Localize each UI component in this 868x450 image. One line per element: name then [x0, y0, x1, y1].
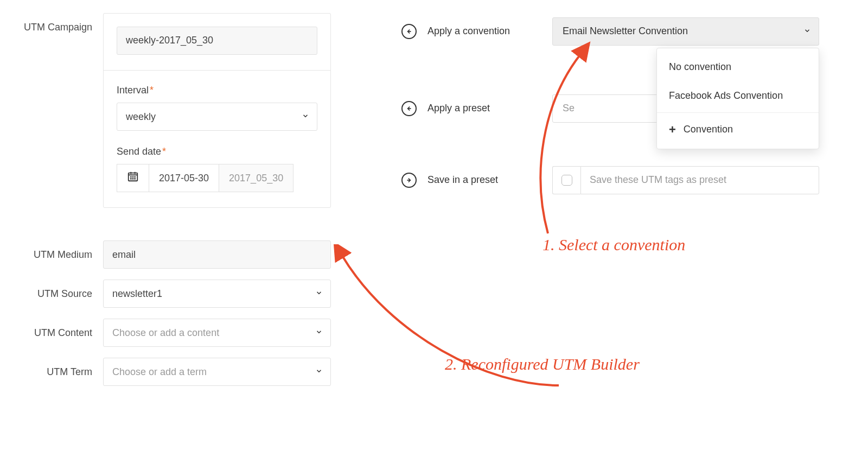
utm-term-row: UTM Term Choose or add a term — [16, 358, 331, 386]
save-preset-row: Save in a preset Save these UTM tags as … — [401, 166, 819, 194]
interval-value: weekly — [126, 110, 156, 124]
utm-term-label: UTM Term — [16, 358, 103, 379]
calendar-icon — [127, 170, 139, 186]
chevron-down-icon — [302, 110, 309, 124]
utm-campaign-label: UTM Campaign — [16, 13, 103, 34]
utm-medium-label: UTM Medium — [16, 240, 103, 262]
svg-point-4 — [131, 176, 131, 177]
send-date-output: 2017_05_30 — [219, 164, 293, 192]
convention-select[interactable]: Email Newsletter Convention — [552, 17, 819, 46]
arrow-left-circle-icon — [401, 101, 417, 116]
interval-select[interactable]: weekly — [117, 103, 317, 131]
apply-convention-label: Apply a convention — [427, 24, 541, 38]
utm-content-label: UTM Content — [16, 319, 103, 340]
chevron-down-icon — [803, 24, 811, 38]
apply-convention-row: Apply a convention Email Newsletter Conv… — [401, 17, 819, 46]
utm-campaign-row: UTM Campaign weekly-2017_05_30 Interval*… — [16, 13, 331, 208]
svg-point-5 — [132, 176, 133, 177]
chevron-down-icon — [315, 326, 323, 340]
utm-source-select[interactable]: newsletter1 — [103, 280, 331, 308]
arrow-left-circle-icon — [401, 24, 417, 39]
utm-content-select[interactable]: Choose or add a content — [103, 319, 331, 347]
utm-term-select[interactable]: Choose or add a term — [103, 358, 331, 386]
chevron-down-icon — [315, 365, 323, 379]
calendar-button[interactable] — [117, 164, 149, 192]
convention-option-none[interactable]: No convention — [657, 53, 819, 81]
utm-source-label: UTM Source — [16, 280, 103, 301]
save-preset-checkbox[interactable] — [552, 166, 580, 194]
utm-source-row: UTM Source newsletter1 — [16, 280, 331, 308]
checkbox-icon — [561, 175, 572, 186]
convention-option-facebook[interactable]: Facebook Ads Convention — [657, 81, 819, 110]
arrow-right-circle-icon — [401, 173, 417, 188]
utm-medium-row: UTM Medium email — [16, 240, 331, 269]
convention-dropdown: No convention Facebook Ads Convention + … — [656, 48, 819, 149]
chevron-down-icon — [315, 287, 323, 301]
send-date-label: Send date* — [117, 145, 317, 159]
utm-campaign-value: weekly-2017_05_30 — [126, 34, 213, 47]
svg-point-8 — [132, 179, 133, 179]
send-date-input[interactable]: 2017-05-30 — [149, 164, 219, 192]
utm-campaign-input[interactable]: weekly-2017_05_30 — [117, 27, 317, 55]
plus-icon: + — [669, 124, 676, 136]
utm-medium-input[interactable]: email — [103, 240, 331, 269]
save-preset-label: Save in a preset — [427, 173, 541, 187]
interval-label: Interval* — [117, 84, 317, 97]
convention-panel: Apply a convention Email Newsletter Conv… — [401, 13, 819, 397]
utm-content-row: UTM Content Choose or add a content — [16, 319, 331, 347]
convention-option-add[interactable]: + Convention — [657, 112, 819, 144]
save-preset-input[interactable]: Save these UTM tags as preset — [580, 166, 819, 194]
svg-point-9 — [135, 179, 135, 179]
send-date-group: 2017-05-30 2017_05_30 — [117, 164, 317, 192]
svg-point-7 — [131, 179, 131, 179]
svg-point-6 — [135, 176, 135, 177]
apply-preset-label: Apply a preset — [427, 102, 541, 115]
utm-campaign-panel: weekly-2017_05_30 Interval* weekly — [103, 13, 331, 208]
utm-builder-form: UTM Campaign weekly-2017_05_30 Interval*… — [16, 13, 331, 397]
